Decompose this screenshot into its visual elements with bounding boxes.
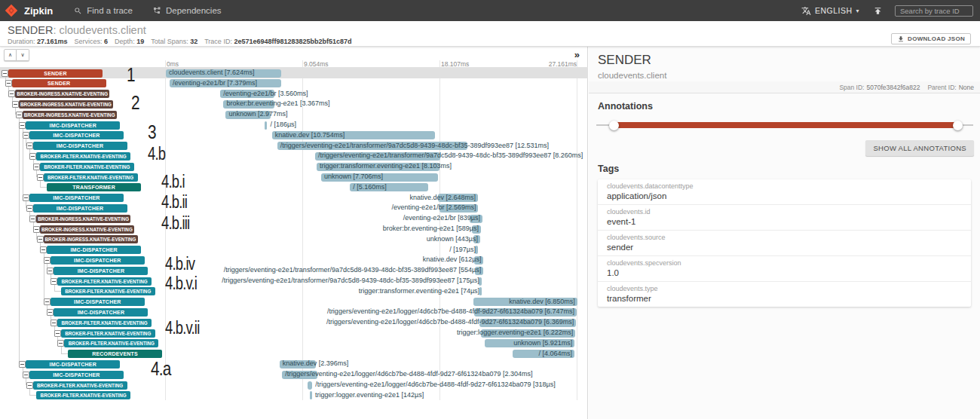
language-selector[interactable]: ENGLISH ▾ (801, 6, 859, 16)
trace-row[interactable]: BROKER-FILTER.KNATIVE-EVENTING/triggers/… (0, 380, 588, 390)
trace-row[interactable]: IMC-DISPATCHER/ [197µs] (0, 245, 588, 255)
trace-row[interactable]: IMC-DISPATCHERknative.dev [2.648ms] (0, 193, 588, 203)
expand-toggle-icon[interactable] (23, 132, 29, 139)
nav-find-a-trace[interactable]: Find a trace (74, 6, 133, 15)
expand-toggle-icon[interactable] (54, 330, 61, 337)
trace-row[interactable]: SENDER/eventing-e2e1/br [7.379ms] (0, 78, 588, 89)
service-badge[interactable]: RECORDEVENTS (68, 350, 162, 358)
expand-toggle-icon[interactable] (33, 226, 40, 233)
service-badge[interactable]: BROKER-FILTER.KNATIVE-EVENTING (64, 339, 158, 347)
trace-row[interactable]: IMC-DISPATCHER/triggers/eventing-e2e1/tr… (0, 265, 588, 276)
service-badge[interactable]: BROKER-FILTER.KNATIVE-EVENTING (40, 163, 134, 171)
service-badge[interactable]: IMC-DISPATCHER (29, 371, 124, 379)
service-badge[interactable]: BROKER-FILTER.KNATIVE-EVENTING (61, 329, 155, 338)
trace-row[interactable]: IMC-DISPATCHER/triggers/eventing-e2e1/lo… (0, 369, 588, 380)
trace-row[interactable]: IMC-DISPATCHER/triggers/eventing-e2e1/tr… (0, 141, 588, 151)
trace-row[interactable]: IMC-DISPATCHERknative.dev [612µs] (0, 255, 588, 265)
expand-toggle-icon[interactable] (2, 70, 8, 77)
trace-row[interactable]: BROKER-FILTER.KNATIVE-EVENTING/triggers/… (0, 276, 588, 286)
service-badge[interactable]: BROKER-INGRESS.KNATIVE-EVENTING (19, 100, 113, 109)
trace-row[interactable]: BROKER-FILTER.KNATIVE-EVENTINGtrigger:lo… (0, 390, 588, 401)
service-badge[interactable]: IMC-DISPATCHER (33, 142, 127, 150)
trace-row[interactable]: IMC-DISPATCHERknative.dev [2.396ms] (0, 359, 588, 369)
slider-handle-left[interactable] (609, 121, 619, 130)
service-badge[interactable]: BROKER-INGRESS.KNATIVE-EVENTING (44, 235, 138, 243)
expand-toggle-icon[interactable] (29, 153, 36, 160)
zipkin-logo-icon[interactable] (5, 4, 18, 17)
service-badge[interactable]: BROKER-INGRESS.KNATIVE-EVENTING (15, 90, 109, 98)
trace-row[interactable]: TRANSFORMER/ [5.160ms] (0, 182, 588, 193)
trace-row[interactable]: BROKER-INGRESS.KNATIVE-EVENTING/eventing… (0, 213, 588, 224)
expand-toggle-icon[interactable] (37, 236, 44, 243)
trace-row[interactable]: IMC-DISPATCHER/eventing-e2e1/br [2.569ms… (0, 203, 588, 213)
expand-toggle-icon[interactable] (33, 164, 40, 170)
trace-row[interactable]: BROKER-FILTER.KNATIVE-EVENTING/triggers/… (0, 151, 588, 161)
expand-toggle-icon[interactable] (29, 216, 36, 222)
service-badge[interactable]: BROKER-INGRESS.KNATIVE-EVENTING (36, 215, 130, 223)
service-badge[interactable]: IMC-DISPATCHER (26, 121, 120, 130)
expand-toggle-icon[interactable] (40, 246, 47, 253)
service-badge[interactable]: IMC-DISPATCHER (33, 204, 127, 213)
expand-toggle-icon[interactable] (8, 90, 15, 97)
expand-detail-icon[interactable]: » (574, 49, 580, 60)
search-by-trace-id-input[interactable] (895, 5, 973, 17)
service-badge[interactable]: IMC-DISPATCHER (51, 298, 145, 306)
service-badge[interactable]: TRANSFORMER (47, 183, 141, 191)
span-bar[interactable] (310, 391, 312, 399)
trace-row[interactable]: BROKER-FILTER.KNATIVE-EVENTINGtrigger:lo… (0, 328, 588, 338)
expand-toggle-icon[interactable] (26, 205, 33, 212)
service-badge[interactable]: SENDER (12, 79, 106, 87)
span-bar[interactable] (265, 121, 268, 130)
trace-row[interactable]: IMC-DISPATCHER/triggers/eventing-e2e1/lo… (0, 307, 588, 317)
trace-row[interactable]: BROKER-FILTER.KNATIVE-EVENTINGunknown [5… (0, 338, 588, 349)
expand-toggle-icon[interactable] (47, 309, 54, 316)
nav-dependencies[interactable]: Dependencies (152, 6, 222, 15)
download-json-button[interactable]: DOWNLOAD JSON (891, 33, 971, 44)
service-badge[interactable]: BROKER-FILTER.KNATIVE-EVENTING (44, 173, 138, 182)
service-badge[interactable]: SENDER (8, 69, 103, 78)
expand-toggle-icon[interactable] (19, 122, 26, 129)
expand-toggle-icon[interactable] (37, 174, 44, 181)
trace-row[interactable]: BROKER-FILTER.KNATIVE-EVENTINGtrigger:tr… (0, 161, 588, 172)
expand-toggle-icon[interactable] (12, 101, 19, 108)
expand-toggle-icon[interactable] (47, 268, 54, 274)
expand-toggle-icon[interactable] (26, 142, 33, 149)
service-badge[interactable]: BROKER-FILTER.KNATIVE-EVENTING (36, 152, 130, 161)
service-badge[interactable]: IMC-DISPATCHER (29, 194, 124, 202)
trace-row[interactable]: IMC-DISPATCHERknative.dev [10.754ms] (0, 130, 588, 141)
span-bar[interactable] (479, 287, 482, 295)
service-badge[interactable]: BROKER-INGRESS.KNATIVE-EVENTING (40, 225, 134, 234)
service-badge[interactable]: IMC-DISPATCHER (51, 256, 145, 265)
expand-toggle-icon[interactable] (57, 340, 64, 347)
upload-trace-button[interactable] (873, 6, 883, 16)
trace-row[interactable]: BROKER-FILTER.KNATIVE-EVENTINGtrigger:tr… (0, 286, 588, 297)
service-badge[interactable]: IMC-DISPATCHER (29, 131, 124, 139)
trace-row[interactable]: BROKER-FILTER.KNATIVE-EVENTINGunknown [7… (0, 172, 588, 182)
trace-row[interactable]: BROKER-INGRESS.KNATIVE-EVENTINGbroker:br… (0, 99, 588, 109)
service-badge[interactable]: BROKER-FILTER.KNATIVE-EVENTING (57, 277, 152, 286)
service-badge[interactable]: BROKER-FILTER.KNATIVE-EVENTING (61, 287, 155, 295)
trace-row[interactable]: IMC-DISPATCHERknative.dev [6.850ms] (0, 297, 588, 307)
trace-row[interactable]: SENDERcloudevents.client [7.624ms] (0, 68, 588, 78)
span-bar[interactable] (308, 381, 312, 390)
slider-range[interactable] (614, 122, 957, 128)
show-all-annotations-button[interactable]: SHOW ALL ANNOTATIONS (865, 140, 974, 156)
trace-row[interactable]: BROKER-INGRESS.KNATIVE-EVENTINGunknown [… (0, 109, 588, 120)
service-badge[interactable]: IMC-DISPATCHER (54, 308, 148, 317)
expand-toggle-icon[interactable] (51, 278, 57, 285)
expand-toggle-icon[interactable] (16, 112, 23, 118)
collapse-all-button[interactable]: ∧ (4, 49, 17, 61)
expand-all-button[interactable]: ∨ (17, 49, 29, 61)
service-badge[interactable]: IMC-DISPATCHER (47, 246, 141, 254)
service-badge[interactable]: BROKER-INGRESS.KNATIVE-EVENTING (23, 111, 117, 119)
expand-toggle-icon[interactable] (26, 382, 33, 389)
expand-toggle-icon[interactable] (51, 320, 57, 326)
trace-row[interactable]: RECORDEVENTS/ [4.064ms] (0, 349, 588, 359)
trace-row[interactable]: BROKER-INGRESS.KNATIVE-EVENTINGbroker:br… (0, 224, 588, 234)
service-badge[interactable]: BROKER-FILTER.KNATIVE-EVENTING (36, 391, 130, 399)
service-badge[interactable]: BROKER-FILTER.KNATIVE-EVENTING (33, 381, 127, 390)
slider-handle-right[interactable] (953, 121, 963, 130)
expand-toggle-icon[interactable] (44, 298, 51, 305)
expand-toggle-icon[interactable] (23, 194, 29, 201)
service-badge[interactable]: BROKER-FILTER.KNATIVE-EVENTING (57, 319, 152, 327)
